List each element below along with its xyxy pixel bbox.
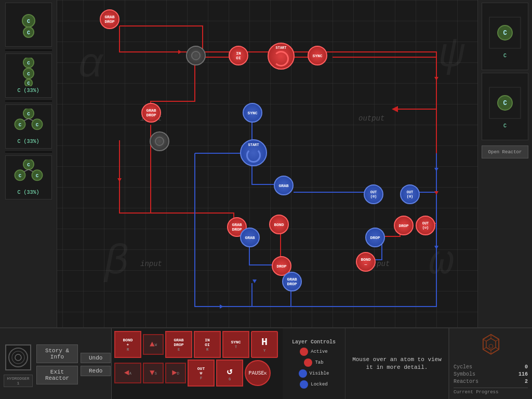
molecule-2-label: C (33%) <box>17 139 39 144</box>
node-gray-1[interactable] <box>186 46 206 65</box>
move-left-button[interactable]: ◄ A <box>114 363 141 383</box>
symbols-label: Symbols <box>454 371 475 377</box>
layer-visible[interactable]: Visible <box>299 369 329 378</box>
svg-text:C: C <box>18 122 21 128</box>
current-progress-label: Current Progress <box>454 390 528 395</box>
cycles-label: Cycles <box>454 364 472 370</box>
rotate-button[interactable]: ↺ G <box>216 360 243 387</box>
symbols-row: Symbols 116 <box>454 371 528 377</box>
svg-text:C: C <box>27 81 30 86</box>
connections-svg <box>0 0 532 327</box>
grab-drop-button[interactable]: GRABDROP E <box>165 331 192 358</box>
node-bond-2[interactable]: BOND— <box>356 252 376 272</box>
cycles-value: 0 <box>525 364 528 370</box>
svg-point-45 <box>12 351 24 364</box>
active-indicator <box>300 348 308 356</box>
svg-marker-3 <box>117 178 122 182</box>
node-start-blue[interactable]: START <box>240 139 267 166</box>
in-button[interactable]: INOI R <box>194 331 221 358</box>
right-panel: C C C C Open Reactor <box>477 0 532 327</box>
node-bond-1[interactable]: BOND <box>269 215 289 234</box>
bottom-toolbar: HYDRODGER 1 Story & Info Exit Reactor Un… <box>0 327 532 399</box>
stats-hexagon-icon <box>473 332 509 360</box>
locked-label: Locked <box>311 382 327 387</box>
output-label-1: C <box>503 53 507 59</box>
node-grab-drop-4[interactable]: GRABDROP <box>282 272 302 291</box>
node-drop-2[interactable]: DROP <box>365 228 385 247</box>
svg-text:C: C <box>503 100 507 107</box>
active-label: Active <box>311 349 327 354</box>
node-grab-2[interactable]: GRAB <box>240 228 260 247</box>
node-drop-1[interactable]: DROP <box>394 216 414 235</box>
layer-active[interactable]: Active <box>300 348 327 356</box>
svg-text:C: C <box>18 173 21 179</box>
visible-indicator <box>299 369 307 378</box>
beta-watermark: β <box>104 238 129 286</box>
svg-text:C: C <box>27 111 30 117</box>
layer-controls-panel: Layer Controls Active Tab Visible Locked <box>283 328 345 399</box>
svg-point-46 <box>15 354 21 361</box>
svg-point-49 <box>489 344 493 349</box>
node-out-omega[interactable]: OUT(ω) <box>416 216 435 235</box>
psi-watermark: ψ <box>440 31 464 78</box>
sync-button[interactable]: SYNC T <box>222 331 249 358</box>
layer-locked[interactable]: Locked <box>300 380 327 389</box>
locked-indicator <box>300 380 308 389</box>
output-label-2: C <box>503 123 507 129</box>
svg-marker-1 <box>434 191 438 195</box>
svg-text:C: C <box>27 71 30 77</box>
molecule-3-label: C (33%) <box>17 190 39 195</box>
node-in-01[interactable]: INOI <box>229 46 248 65</box>
info-panel: Mouse over an atom to view it in more de… <box>345 328 449 399</box>
svg-text:C: C <box>35 122 38 128</box>
cycles-row: Cycles 0 <box>454 364 528 370</box>
node-out-alpha-2[interactable]: OUT(α) <box>400 184 420 204</box>
layer-tab[interactable]: Tab <box>304 358 323 367</box>
move-up-button[interactable]: ▲ W <box>143 334 164 355</box>
node-grab-drop-2[interactable]: GRABDROP <box>141 103 161 123</box>
node-sync-2[interactable]: SYNC <box>243 103 262 123</box>
stats-panel: Cycles 0 Symbols 116 Reactors 2 Current … <box>449 328 532 399</box>
redo-button[interactable]: Redo <box>81 366 111 376</box>
info-text: Mouse over an atom to view it in more de… <box>351 356 443 372</box>
bond-plus-button[interactable]: BOND+ R <box>114 331 141 358</box>
undo-button[interactable]: Undo <box>81 353 111 363</box>
svg-marker-6 <box>220 304 223 309</box>
out-psi-button[interactable]: OUTΨ F <box>188 360 215 387</box>
waldo-icon <box>5 344 31 370</box>
bottom-left-section: HYDRODGER 1 Story & Info Exit Reactor Un… <box>0 328 112 399</box>
node-sync-1[interactable]: SYNC <box>308 46 327 65</box>
tab-indicator <box>304 358 312 367</box>
svg-marker-2 <box>178 50 182 54</box>
move-right-button[interactable]: ► D <box>165 363 186 383</box>
story-info-button[interactable]: Story & Info <box>36 344 78 363</box>
layer-controls-title: Layer Controls <box>292 339 336 345</box>
symbols-value: 116 <box>518 371 528 377</box>
h-button[interactable]: H Y <box>251 331 278 358</box>
molecule-box-2: C C C C (33%) <box>5 104 52 149</box>
bottom-middle-section: BOND+ R ▲ W GRABDROP E INOI R SYNC T H Y <box>112 328 283 399</box>
game-canvas[interactable]: α ψ β ω input output input output <box>0 0 532 327</box>
svg-marker-4 <box>434 168 438 171</box>
node-gray-2[interactable] <box>150 131 169 151</box>
move-down-button[interactable]: ▼ S <box>143 363 164 383</box>
alpha-output-label: output <box>358 114 384 123</box>
molecule-box-0: C C <box>5 3 52 47</box>
node-grab-blue[interactable]: GRAB <box>274 176 294 195</box>
node-grab-drop-1[interactable]: GRABDROP <box>100 9 119 29</box>
exit-reactor-button[interactable]: Exit Reactor <box>36 366 78 384</box>
svg-text:C: C <box>27 60 30 66</box>
omega-watermark: ω <box>429 238 454 286</box>
svg-marker-7 <box>252 280 257 283</box>
svg-marker-5 <box>434 246 438 249</box>
molecule-box-1: C C C C (33%) <box>5 54 52 98</box>
svg-marker-0 <box>434 77 438 81</box>
pause-button[interactable]: PAUSEK <box>245 360 271 386</box>
node-out-alpha-1[interactable]: OUT(α) <box>364 184 383 204</box>
reactors-value: 2 <box>525 379 528 384</box>
open-reactor-button[interactable]: Open Reactor <box>482 145 528 158</box>
node-start-red[interactable]: START <box>268 43 295 70</box>
reactors-label: Reactors <box>454 379 478 384</box>
svg-text:C: C <box>35 173 38 179</box>
tab-label: Tab <box>315 360 323 365</box>
